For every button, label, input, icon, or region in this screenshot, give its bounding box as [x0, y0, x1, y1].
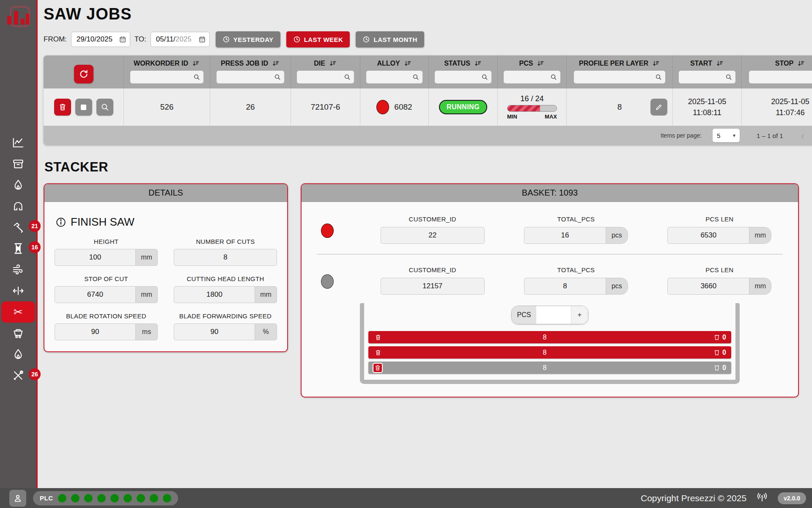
field-label: CUSTOMER_ID	[409, 215, 456, 223]
sidebar-item-maintenance[interactable]: 26	[0, 365, 36, 386]
inspect-job-button[interactable]	[96, 99, 113, 116]
to-date-input[interactable]: 05/11/2025	[151, 32, 210, 47]
plc-label: PLC	[40, 494, 53, 502]
search-input[interactable]	[577, 74, 655, 80]
layer-scrap: 0	[702, 364, 731, 372]
unit-label: mm	[255, 287, 277, 303]
sidebar-item-furnace[interactable]	[0, 174, 36, 196]
plc-dot	[71, 494, 80, 502]
sidebar-item-basket[interactable]	[0, 323, 36, 344]
profile-search[interactable]	[574, 71, 665, 83]
customer-id-input[interactable]: 12157	[381, 278, 485, 295]
last-month-button[interactable]: LAST MONTH	[356, 31, 424, 47]
search-input[interactable]	[220, 74, 274, 80]
sort-icon[interactable]	[192, 60, 200, 67]
sidebar-item-cooling[interactable]	[0, 259, 36, 280]
delete-layer-button[interactable]	[368, 349, 388, 356]
delete-job-button[interactable]	[54, 99, 71, 116]
pcs-stepper-input[interactable]	[536, 306, 571, 324]
pcs-len-input[interactable]: 6530mm	[667, 227, 771, 244]
bar-chart-logo-icon	[5, 4, 32, 31]
search-input[interactable]	[752, 74, 812, 80]
sort-icon[interactable]	[716, 60, 724, 67]
alloy-cell: 6082	[360, 88, 429, 126]
group-status-dot-red	[321, 224, 334, 238]
die-search[interactable]	[297, 71, 354, 83]
press-job-search[interactable]	[217, 71, 284, 83]
sidebar-item-remelt[interactable]	[0, 344, 36, 365]
search-input[interactable]	[300, 74, 344, 80]
app-logo[interactable]	[0, 0, 36, 41]
search-input[interactable]	[134, 74, 193, 80]
sort-icon[interactable]	[272, 60, 280, 67]
user-account-button[interactable]	[9, 490, 26, 507]
layer-row-selected[interactable]: 8 0	[368, 362, 731, 374]
calendar-icon[interactable]	[119, 36, 126, 43]
sort-icon[interactable]	[474, 60, 482, 67]
height-input[interactable]: 100mm	[55, 249, 158, 266]
stop-of-cut-input[interactable]: 6740mm	[55, 286, 158, 303]
calendar-icon[interactable]	[198, 36, 206, 43]
status-search[interactable]	[435, 71, 491, 83]
stop-job-button[interactable]	[75, 99, 92, 116]
search-input[interactable]	[507, 74, 550, 80]
search-input[interactable]	[438, 74, 481, 80]
sidebar-item-stretcher[interactable]	[0, 280, 36, 301]
previous-page-button[interactable]: ‹	[801, 130, 805, 141]
delete-layer-button[interactable]	[368, 334, 388, 341]
table-pagination: Items per page: 5 ▾ 1 – 1 of 1 ‹ ›	[44, 126, 812, 145]
cutting-head-length-input[interactable]: 1800mm	[174, 286, 277, 303]
blade-forwarding-speed-input[interactable]: 90%	[174, 323, 277, 340]
sidebar-item-saw-active[interactable]: ✂	[1, 301, 35, 323]
pcs-count: 16 / 24	[507, 94, 557, 103]
total-pcs-input[interactable]: 16pcs	[524, 227, 628, 244]
row-actions-cell	[44, 88, 124, 126]
field-label: NUMBER OF CUTS	[196, 238, 255, 245]
layer-scrap: 0	[702, 349, 731, 356]
expand-arrows-icon	[12, 284, 25, 297]
sidebar-item-magnet[interactable]	[0, 196, 36, 217]
blade-rotation-speed-input[interactable]: 90ms	[55, 323, 158, 340]
badge-aging-count: 16	[29, 241, 41, 253]
sidebar-item-press[interactable]: 21	[0, 217, 36, 238]
last-week-button[interactable]: LAST WEEK	[286, 31, 350, 47]
start-cell: 2025-11-0511:08:11	[673, 88, 742, 126]
sort-icon[interactable]	[536, 60, 545, 67]
sidebar-item-aging[interactable]: 16	[0, 238, 36, 259]
search-input[interactable]	[682, 74, 725, 80]
number-of-cuts-input[interactable]: 8	[174, 249, 277, 266]
sort-icon[interactable]	[329, 60, 337, 67]
start-date: 2025-11-05	[688, 96, 727, 107]
flame2-icon	[12, 348, 25, 361]
page-size-select[interactable]: 5 ▾	[713, 129, 740, 142]
column-header-stop: STOP	[742, 55, 812, 88]
trash-icon	[374, 364, 381, 371]
layer-qty: 8	[388, 349, 702, 356]
yesterday-button[interactable]: YESTERDAY	[216, 31, 280, 47]
edit-profile-button[interactable]	[650, 99, 667, 116]
add-layer-button[interactable]: +	[571, 306, 588, 324]
search-input[interactable]	[370, 74, 412, 80]
sort-icon[interactable]	[652, 60, 660, 67]
from-date-input[interactable]: 29/10/2025	[71, 32, 130, 47]
sort-icon[interactable]	[797, 60, 805, 67]
layer-row[interactable]: 8 0	[368, 346, 731, 359]
start-search[interactable]	[679, 71, 735, 83]
sidebar-item-archive[interactable]	[0, 153, 36, 174]
workorder-search[interactable]	[130, 71, 203, 83]
search-icon	[655, 74, 662, 80]
pcs-search[interactable]	[504, 71, 560, 83]
total-pcs-input[interactable]: 8pcs	[524, 278, 628, 295]
field-label: STOP OF CUT	[84, 275, 128, 282]
layer-row[interactable]: 8 0	[368, 331, 731, 343]
customer-id-input[interactable]: 22	[381, 227, 485, 244]
sort-icon[interactable]	[403, 60, 412, 67]
pcs-len-input[interactable]: 3660mm	[667, 278, 771, 295]
trolley-icon	[12, 327, 25, 340]
refresh-button[interactable]	[74, 65, 93, 83]
stop-search[interactable]	[749, 71, 812, 83]
sidebar-item-charts[interactable]	[0, 132, 36, 153]
alloy-search[interactable]	[366, 71, 422, 83]
group-status-dot-gray	[321, 274, 334, 289]
delete-layer-button-selected[interactable]	[373, 363, 383, 373]
